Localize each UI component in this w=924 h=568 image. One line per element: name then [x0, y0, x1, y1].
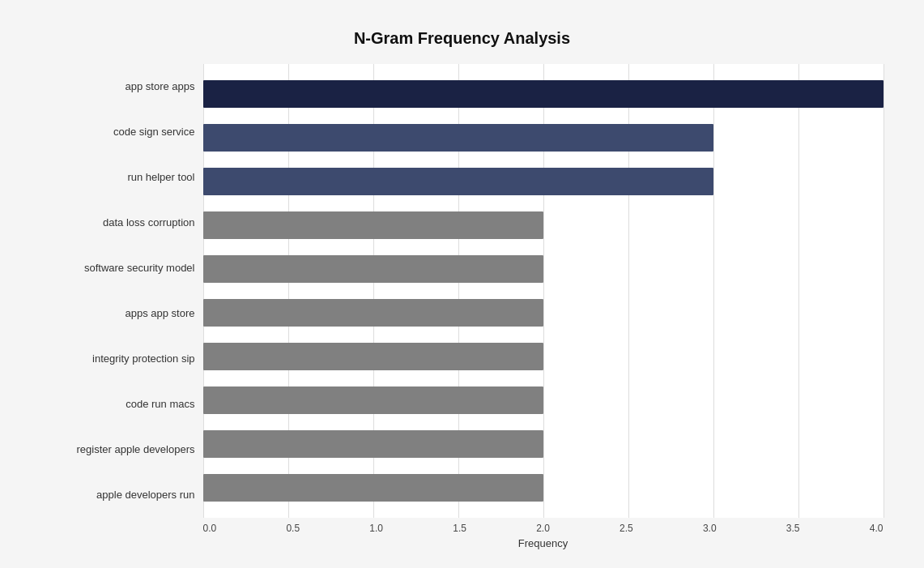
bars-wrapper: [203, 64, 884, 518]
bar-row: [203, 252, 884, 286]
chart-title: N-Gram Frequency Analysis: [41, 29, 884, 48]
x-tick: 3.0: [703, 523, 717, 534]
bar: [203, 474, 543, 502]
bar: [203, 430, 543, 458]
bars-and-grid: [203, 64, 884, 518]
chart-container: N-Gram Frequency Analysis app store apps…: [17, 13, 908, 556]
y-label: data loss corruption: [103, 216, 194, 229]
bar: [203, 255, 543, 283]
bar-row: [203, 296, 884, 330]
x-tick: 1.0: [369, 523, 383, 534]
bar: [203, 80, 884, 108]
bar: [203, 124, 713, 152]
x-tick: 2.0: [536, 523, 550, 534]
x-tick: 0.0: [203, 523, 217, 534]
bar-row: [203, 77, 884, 111]
bar: [203, 343, 543, 370]
x-tick: 1.5: [453, 523, 466, 534]
bar-row: [203, 121, 884, 155]
y-label: apps app store: [125, 307, 194, 320]
bar: [203, 299, 543, 327]
x-tick: 3.5: [786, 523, 800, 534]
chart-area: app store appscode sign servicerun helpe…: [41, 64, 884, 518]
x-axis-labels-row: 0.00.51.01.52.02.53.03.54.0: [203, 523, 884, 534]
x-tick: 0.5: [286, 523, 300, 534]
bar: [203, 168, 713, 195]
y-label: register apple developers: [77, 443, 195, 456]
bar-row: [203, 340, 884, 374]
x-axis: 0.00.51.01.52.02.53.03.54.0: [41, 523, 884, 534]
bar-row: [203, 427, 884, 461]
y-label: app store apps: [125, 80, 194, 93]
y-label: integrity protection sip: [92, 352, 194, 365]
y-label: apple developers run: [96, 489, 194, 502]
bar: [203, 386, 543, 414]
bar: [203, 211, 543, 239]
bar-row: [203, 383, 884, 417]
y-label: software security model: [84, 262, 195, 275]
grid-line: [884, 64, 884, 518]
bar-row: [203, 208, 884, 242]
x-tick: 4.0: [870, 523, 884, 534]
y-axis-labels: app store appscode sign servicerun helpe…: [41, 64, 203, 518]
bar-row: [203, 471, 884, 505]
y-label: code sign service: [113, 126, 194, 139]
x-tick: 2.5: [620, 523, 633, 534]
x-axis-title: Frequency: [41, 537, 884, 549]
grid-and-bars: [203, 64, 884, 518]
y-label: code run macs: [126, 398, 194, 411]
y-label: run helper tool: [127, 171, 194, 184]
bar-row: [203, 164, 884, 199]
